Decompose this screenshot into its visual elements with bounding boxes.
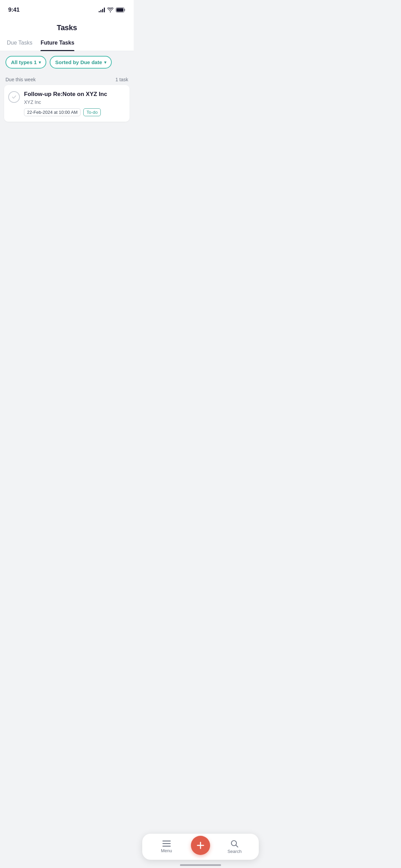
task-content: Follow-up Re:Note on XYZ Inc XYZ Inc 22-… <box>24 91 124 116</box>
task-meta: 22-Feb-2024 at 10:00 AM To-do <box>24 108 124 116</box>
status-bar: 9:41 <box>0 0 134 18</box>
section-header: Due this week 1 task <box>0 73 134 85</box>
wifi-icon <box>107 8 113 12</box>
task-company: XYZ Inc <box>24 99 124 105</box>
status-time: 9:41 <box>8 7 20 13</box>
filter-sort-label: Sorted by Due date <box>55 59 102 65</box>
section-count: 1 task <box>116 77 128 82</box>
filter-types-button[interactable]: All types 1 ▾ <box>5 56 46 69</box>
svg-rect-1 <box>117 8 123 12</box>
section-label: Due this week <box>5 77 36 82</box>
content-area: All types 1 ▾ Sorted by Due date ▾ Due t… <box>0 51 134 163</box>
tab-future-tasks[interactable]: Future Tasks <box>40 36 74 51</box>
page-title: Tasks <box>0 23 134 32</box>
tab-due-tasks[interactable]: Due Tasks <box>7 36 32 51</box>
status-icons <box>99 8 125 12</box>
task-card[interactable]: Follow-up Re:Note on XYZ Inc XYZ Inc 22-… <box>4 85 130 122</box>
filter-types-label: All types 1 <box>11 59 37 65</box>
tabs-container: Due Tasks Future Tasks <box>0 36 134 51</box>
filters-row: All types 1 ▾ Sorted by Due date ▾ <box>0 51 134 73</box>
task-title: Follow-up Re:Note on XYZ Inc <box>24 91 124 98</box>
signal-icon <box>99 8 105 12</box>
task-checkbox[interactable] <box>8 91 20 103</box>
task-date: 22-Feb-2024 at 10:00 AM <box>24 108 81 116</box>
chevron-down-icon: ▾ <box>104 60 106 65</box>
chevron-down-icon: ▾ <box>39 60 41 65</box>
header: Tasks <box>0 18 134 36</box>
filter-sort-button[interactable]: Sorted by Due date ▾ <box>50 56 112 69</box>
task-tag: To-do <box>83 108 101 116</box>
battery-icon <box>116 8 125 12</box>
